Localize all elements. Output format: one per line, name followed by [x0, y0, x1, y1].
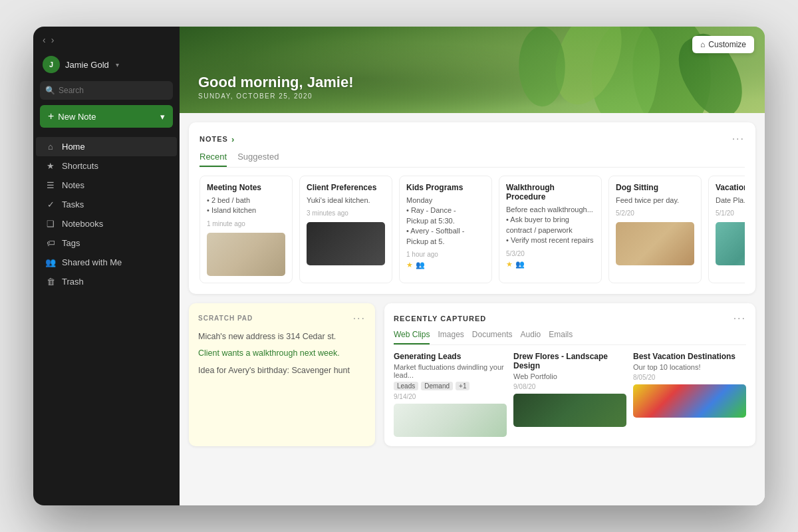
rc-image-0: [394, 404, 507, 437]
note-card-3[interactable]: Walkthrough Procedure Before each walkth…: [499, 176, 602, 283]
note-card-4[interactable]: Dog Sitting Feed twice per day. 5/2/20: [608, 176, 702, 283]
new-note-button[interactable]: + New Note ▾: [40, 105, 173, 128]
notes-menu-button[interactable]: ···: [732, 133, 745, 145]
sidebar-item-shortcuts[interactable]: ★ Shortcuts: [36, 156, 177, 176]
rc-card-body-0: Market fluctuations dwindling your lead.…: [394, 363, 507, 379]
rc-date-1: 9/08/20: [513, 383, 626, 390]
customize-label: Customize: [708, 40, 746, 49]
rc-date-2: 8/05/20: [633, 374, 746, 381]
sidebar-item-tags[interactable]: 🏷 Tags: [36, 233, 177, 253]
rc-card-1[interactable]: Drew Flores - Landscape Design Web Portf…: [513, 352, 626, 437]
greeting-text: Good morning, Jamie!: [198, 74, 353, 91]
scratch-line-0: Micah's new address is 314 Cedar st.: [198, 331, 366, 343]
rc-tab-images[interactable]: Images: [438, 330, 464, 344]
scratch-menu-button[interactable]: ···: [353, 313, 366, 325]
note-title-5: Vacation Date: [716, 183, 745, 192]
nav-arrows: ‹ ›: [33, 35, 180, 52]
note-image-5: [716, 222, 745, 265]
hero-text-block: Good morning, Jamie! SUNDAY, OCTOBER 25,…: [198, 74, 353, 100]
note-tags-3: ★👥: [506, 260, 595, 269]
sidebar-item-home[interactable]: ⌂ Home: [36, 137, 177, 156]
forward-arrow[interactable]: ›: [51, 35, 55, 45]
rc-image-2: [633, 384, 746, 418]
notes-section: NOTES › ··· RecentSuggested Meeting Note…: [189, 122, 755, 294]
rc-card-title-1: Drew Flores - Landscape Design: [513, 352, 626, 370]
nav-list: ⌂ Home ★ Shortcuts ☰ Notes ✓ Tasks ❑ Not…: [33, 137, 180, 291]
sidebar-item-notes[interactable]: ☰ Notes: [36, 176, 177, 195]
note-meta-4: 5/2/20: [616, 209, 694, 217]
tab-suggested[interactable]: Suggested: [237, 152, 279, 167]
rc-card-2[interactable]: Best Vacation Destinations Our top 10 lo…: [633, 352, 746, 437]
rc-tag: Demand: [421, 382, 453, 390]
note-meta-3: 5/3/20: [506, 250, 595, 257]
rc-card-title-0: Generating Leads: [394, 352, 507, 361]
sidebar-item-shared[interactable]: 👥 Shared with Me: [36, 253, 177, 272]
sidebar-item-notebooks[interactable]: ❑ Notebooks: [36, 214, 177, 233]
rc-header: RECENTLY CAPTURED ···: [394, 313, 746, 325]
sidebar-label-tags: Tags: [62, 238, 80, 248]
rc-tab-documents[interactable]: Documents: [472, 330, 513, 344]
scratch-line-1: Client wants a walkthrough next week.: [198, 348, 366, 360]
rc-title: RECENTLY CAPTURED: [394, 315, 486, 323]
scratch-body: Micah's new address is 314 Cedar st.Clie…: [198, 331, 366, 377]
note-card-2[interactable]: Kids Programs Monday• Ray - Dance -Picku…: [399, 176, 492, 283]
share-icon: 👥: [515, 260, 525, 269]
note-meta-0: 1 minute ago: [207, 220, 285, 227]
rc-tag: +1: [456, 382, 469, 390]
customize-button[interactable]: ⌂ Customize: [692, 36, 754, 53]
note-body-3: Before each walkthrough...• Ask buyer to…: [506, 205, 595, 246]
user-menu[interactable]: J Jamie Gold ▾: [33, 52, 180, 81]
note-card-1[interactable]: Client Preferences Yuki's ideal kitchen.…: [299, 176, 392, 283]
user-chevron-icon: ▾: [116, 61, 119, 68]
bottom-grid: SCRATCH PAD ··· Micah's new address is 3…: [189, 303, 755, 446]
rc-tab-audio[interactable]: Audio: [521, 330, 541, 344]
sidebar-item-trash[interactable]: 🗑 Trash: [36, 272, 177, 291]
rc-tab-web-clips[interactable]: Web Clips: [394, 330, 430, 344]
rc-grid: Generating Leads Market fluctuations dwi…: [394, 352, 746, 437]
share-icon: 👥: [416, 261, 425, 269]
new-note-chevron-icon: ▾: [160, 112, 165, 122]
rc-card-0[interactable]: Generating Leads Market fluctuations dwi…: [394, 352, 507, 437]
rc-menu-button[interactable]: ···: [733, 313, 746, 325]
note-card-0[interactable]: Meeting Notes • 2 bed / bath• Island kit…: [200, 176, 293, 283]
sidebar-label-home: Home: [62, 142, 85, 152]
shared-icon: 👥: [45, 257, 56, 267]
notebooks-icon: ❑: [45, 219, 56, 229]
sidebar-label-trash: Trash: [62, 277, 84, 287]
content-area: NOTES › ··· RecentSuggested Meeting Note…: [180, 113, 765, 505]
notes-arrow-icon: ›: [231, 134, 235, 144]
rc-tab-emails[interactable]: Emails: [549, 330, 573, 344]
date-text: SUNDAY, OCTOBER 25, 2020: [198, 92, 353, 100]
sidebar: ‹ › J Jamie Gold ▾ 🔍 + New Note ▾ ⌂ Home…: [33, 27, 180, 505]
app-window: ‹ › J Jamie Gold ▾ 🔍 + New Note ▾ ⌂ Home…: [33, 27, 765, 505]
note-image-4: [616, 222, 694, 265]
star-icon: ★: [406, 261, 413, 269]
back-arrow[interactable]: ‹: [43, 35, 46, 45]
notes-grid: Meeting Notes • 2 bed / bath• Island kit…: [200, 176, 745, 283]
recently-captured-section: RECENTLY CAPTURED ··· Web ClipsImagesDoc…: [384, 303, 755, 446]
hero-banner: Good morning, Jamie! SUNDAY, OCTOBER 25,…: [180, 27, 765, 113]
note-meta-1: 3 minutes ago: [307, 209, 385, 217]
trash-icon: 🗑: [45, 277, 56, 287]
search-input[interactable]: [40, 81, 173, 100]
note-meta-2: 1 hour ago: [406, 251, 485, 258]
avatar: J: [43, 56, 60, 73]
notes-tabs: RecentSuggested: [200, 152, 745, 168]
sidebar-label-tasks: Tasks: [62, 200, 84, 209]
tasks-icon: ✓: [45, 200, 56, 209]
tab-recent[interactable]: Recent: [200, 152, 227, 167]
sidebar-item-tasks[interactable]: ✓ Tasks: [36, 195, 177, 214]
note-body-4: Feed twice per day.: [616, 196, 694, 205]
sidebar-label-shared: Shared with Me: [62, 257, 122, 267]
user-name: Jamie Gold: [65, 60, 109, 70]
sidebar-label-notes: Notes: [62, 180, 84, 190]
note-title-3: Walkthrough Procedure: [506, 183, 595, 201]
note-title-4: Dog Sitting: [616, 183, 694, 192]
scratch-title: SCRATCH PAD: [198, 315, 253, 322]
note-card-5[interactable]: Vacation Date Date Pla... 5/1/20: [708, 176, 745, 283]
tags-icon: 🏷: [45, 238, 56, 248]
scratch-line-2: Idea for Avery's birthday: Scavenger hun…: [198, 365, 366, 377]
note-body-5: Date Pla...: [716, 196, 745, 205]
note-title-0: Meeting Notes: [207, 183, 285, 192]
plus-icon: +: [48, 110, 54, 122]
